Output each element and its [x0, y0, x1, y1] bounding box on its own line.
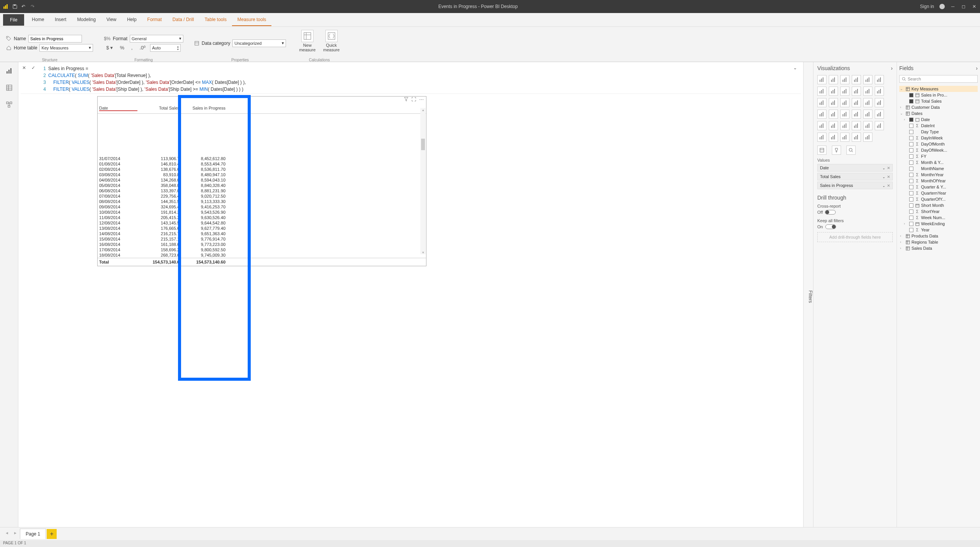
- table-node-sales-data[interactable]: ›Sales Data: [899, 245, 978, 251]
- field-checkbox[interactable]: [909, 185, 913, 189]
- viz-area-stacked-icon[interactable]: [840, 87, 849, 96]
- table-row[interactable]: 07/08/2014229,756.49,020,712.50: [98, 193, 426, 199]
- viz-qna-icon[interactable]: [829, 133, 838, 142]
- table-row[interactable]: 11/08/2014205,415.39,630,526.40: [98, 215, 426, 220]
- header-total-sales[interactable]: Total Sales: [137, 106, 180, 111]
- formula-editor[interactable]: 1Sales in Progress =2CALCULATE( SUM( 'Sa…: [41, 65, 790, 93]
- field-checkbox[interactable]: [909, 228, 913, 232]
- data-view-icon[interactable]: [5, 84, 13, 92]
- field-checkbox[interactable]: [909, 191, 913, 195]
- page-tab-1[interactable]: Page 1: [20, 529, 46, 539]
- table-row[interactable]: 14/08/2014216,215.79,651,363.40: [98, 231, 426, 236]
- field-checkbox[interactable]: [909, 210, 913, 214]
- viz-line-icon[interactable]: [817, 87, 826, 96]
- format-tab-icon[interactable]: [832, 146, 841, 155]
- currency-button[interactable]: $ ▾: [104, 44, 115, 51]
- viz-bar-clustered-icon[interactable]: [829, 75, 838, 84]
- table-row[interactable]: 31/07/2014113,906.78,452,612.80: [98, 156, 426, 161]
- field-checkbox[interactable]: [909, 142, 913, 146]
- table-row[interactable]: 17/08/2014158,696.29,800,592.50: [98, 247, 426, 252]
- field-total-sales[interactable]: Total Sales: [899, 98, 978, 104]
- more-options-icon[interactable]: ⋯: [419, 97, 424, 102]
- field-short-month[interactable]: Short Month: [899, 202, 978, 208]
- ribbon-tab-format[interactable]: Format: [142, 14, 167, 26]
- quick-measure-button[interactable]: Quick measure: [321, 29, 342, 57]
- viz-treemap-icon[interactable]: [875, 98, 884, 107]
- add-page-button[interactable]: +: [47, 529, 57, 539]
- viz-card-icon[interactable]: [852, 110, 861, 119]
- undo-icon[interactable]: ↶: [21, 4, 27, 9]
- field-checkbox[interactable]: [909, 222, 913, 226]
- formula-cancel-icon[interactable]: ✕: [22, 65, 28, 71]
- fields-search-input[interactable]: Search: [899, 75, 978, 83]
- field-checkbox[interactable]: [909, 154, 913, 159]
- field-dayofmonth[interactable]: ΣDayOfMonth: [899, 141, 978, 147]
- file-tab[interactable]: File: [3, 14, 24, 26]
- viz-ribbon-icon[interactable]: [875, 87, 884, 96]
- measure-name-input[interactable]: [28, 35, 82, 43]
- viz-donut-icon[interactable]: [863, 98, 872, 107]
- signin-button[interactable]: Sign in: [920, 4, 934, 9]
- maximize-icon[interactable]: ◻: [961, 4, 966, 9]
- focus-mode-icon[interactable]: [412, 97, 416, 102]
- data-category-dropdown[interactable]: Uncategorized▾: [232, 39, 286, 47]
- table-row[interactable]: 08/08/2014144,351.59,113,333.30: [98, 199, 426, 204]
- close-icon[interactable]: ✕: [972, 4, 977, 9]
- ribbon-tab-home[interactable]: Home: [26, 14, 49, 26]
- table-row[interactable]: 01/08/2014146,810.48,553,494.70: [98, 161, 426, 167]
- field-dateint[interactable]: ΣDateInt: [899, 123, 978, 129]
- next-page-icon[interactable]: ▸: [11, 530, 19, 538]
- viz-gauge-icon[interactable]: [840, 110, 849, 119]
- field-quarterofy-[interactable]: ΣQuarterOfY...: [899, 196, 978, 202]
- keep-filters-toggle[interactable]: [825, 224, 836, 229]
- field-dayinweek[interactable]: ΣDayInWeek: [899, 135, 978, 141]
- collapse-fields-icon[interactable]: ›: [976, 65, 978, 71]
- ribbon-tab-modeling[interactable]: Modeling: [72, 14, 101, 26]
- viz-matrix-icon[interactable]: [840, 121, 849, 130]
- viz-column-100-icon[interactable]: [863, 75, 872, 84]
- field-checkbox[interactable]: [909, 99, 913, 103]
- table-node-dates[interactable]: ⌄Dates: [899, 110, 978, 116]
- viz-decomposition-icon[interactable]: [817, 133, 826, 142]
- viz-powerapps-icon[interactable]: [852, 133, 861, 142]
- decimal-button[interactable]: .0⁰: [137, 44, 148, 51]
- table-node-regions-table[interactable]: ›Regions Table: [899, 239, 978, 245]
- field-day-type[interactable]: Day Type: [899, 129, 978, 135]
- viz-line-column-stacked-icon[interactable]: [863, 87, 872, 96]
- field-fy[interactable]: ΣFY: [899, 153, 978, 159]
- table-row[interactable]: 06/08/2014133,397.08,881,231.90: [98, 188, 426, 193]
- new-measure-button[interactable]: New measure: [297, 29, 318, 57]
- viz-bar-stacked-icon[interactable]: [817, 75, 826, 84]
- viz-column-clustered-icon[interactable]: [852, 75, 861, 84]
- report-view-icon[interactable]: [5, 67, 13, 75]
- viz-key-influencers-icon[interactable]: [875, 121, 884, 130]
- prev-page-icon[interactable]: ◂: [3, 530, 11, 538]
- viz-table-icon[interactable]: [829, 121, 838, 130]
- viz-area-icon[interactable]: [829, 87, 838, 96]
- minimize-icon[interactable]: ─: [950, 4, 956, 9]
- viz-waterfall-icon[interactable]: [817, 98, 826, 107]
- decimal-places-dropdown[interactable]: Auto▴▾: [150, 44, 181, 52]
- viz-kpi-icon[interactable]: [875, 110, 884, 119]
- viz-slicer-icon[interactable]: [817, 121, 826, 130]
- field-checkbox[interactable]: [909, 167, 913, 171]
- table-node-products-data[interactable]: ›Products Data: [899, 233, 978, 239]
- viz-filled-map-icon[interactable]: [829, 110, 838, 119]
- table-row[interactable]: 12/08/2014143,145.59,644,542.80: [98, 220, 426, 226]
- field-well-date[interactable]: Date⌄✕: [817, 164, 893, 172]
- field-well-total-sales[interactable]: Total Sales⌄✕: [817, 173, 893, 180]
- filter-icon[interactable]: [404, 97, 408, 102]
- viz-multi-card-icon[interactable]: [863, 110, 872, 119]
- table-row[interactable]: 16/08/2014161,188.69,773,223.00: [98, 242, 426, 247]
- table-row[interactable]: 04/08/2014134,268.08,594,043.10: [98, 177, 426, 183]
- field-checkbox[interactable]: [909, 118, 913, 122]
- save-icon[interactable]: [12, 4, 18, 9]
- field-checkbox[interactable]: [909, 136, 913, 140]
- collapse-viz-icon[interactable]: ›: [891, 65, 893, 71]
- redo-icon[interactable]: ↷: [31, 4, 36, 9]
- percent-button[interactable]: %: [118, 44, 127, 51]
- analytics-tab-icon[interactable]: [846, 146, 856, 155]
- field-checkbox[interactable]: [909, 179, 913, 183]
- viz-scatter-icon[interactable]: [840, 98, 849, 107]
- field-checkbox[interactable]: [909, 130, 913, 134]
